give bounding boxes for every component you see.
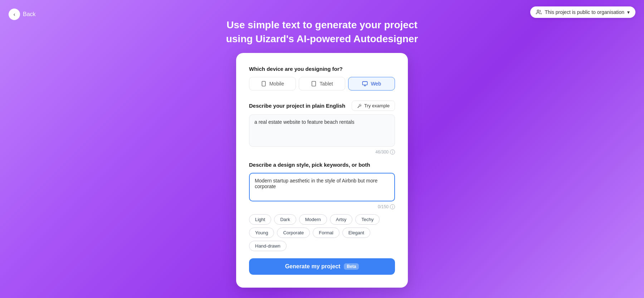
project-description-textarea[interactable]: a real estate website to feature beach r… [249,114,395,147]
wand-icon [357,103,362,108]
mobile-icon [261,81,267,87]
tablet-label: Tablet [319,81,333,87]
tablet-icon [311,81,317,87]
keyword-corporate[interactable]: Corporate [277,228,310,238]
generate-label: Generate my project [285,263,341,270]
svg-rect-3 [312,81,316,86]
project-char-count: 46/300 i [249,150,395,155]
keywords-row: Light Dark Modern Artsy Techy Young Corp… [249,214,395,251]
device-mobile-button[interactable]: Mobile [249,77,296,91]
keyword-formal[interactable]: Formal [313,228,339,238]
try-example-label: Try example [364,103,390,108]
style-info-icon[interactable]: i [390,204,395,209]
keyword-hand-drawn[interactable]: Hand-drawn [249,241,287,251]
keyword-artsy[interactable]: Artsy [330,214,353,225]
keyword-elegant[interactable]: Elegant [342,228,370,238]
main-card: Which device are you designing for? Mobi… [236,53,408,288]
project-description-label: Describe your project in plain English [249,103,345,109]
back-button[interactable]: ‹ Back [9,9,36,20]
device-web-button[interactable]: Web [348,77,395,91]
svg-point-0 [537,10,539,12]
keyword-dark[interactable]: Dark [274,214,296,225]
device-selector: Mobile Tablet Web [249,77,395,91]
design-style-textarea[interactable]: Modern startup aesthetic in the style of… [249,173,395,201]
visibility-badge[interactable]: This project is public to organisation ▾ [530,6,635,18]
generate-button[interactable]: Generate my project Beta [249,258,395,275]
back-label: Back [23,11,36,18]
svg-rect-1 [262,81,265,86]
device-tablet-button[interactable]: Tablet [299,77,346,91]
style-char-count: 0/150 i [249,204,395,209]
keyword-light[interactable]: Light [249,214,271,225]
page-title-line2: using Uizard's AI-powered Autodesigner [226,32,418,46]
web-label: Web [371,81,381,87]
design-style-label: Describe a design style, pick keywords, … [249,162,395,168]
try-example-button[interactable]: Try example [352,101,395,111]
beta-badge: Beta [344,263,359,270]
keyword-modern[interactable]: Modern [299,214,327,225]
svg-rect-5 [363,82,367,85]
keyword-young[interactable]: Young [249,228,274,238]
page-title: Use simple text to generate your project… [226,18,418,46]
describe-header: Describe your project in plain English T… [249,101,395,111]
device-section-label: Which device are you designing for? [249,66,395,72]
keyword-techy[interactable]: Techy [355,214,380,225]
mobile-label: Mobile [269,81,284,87]
page-title-line1: Use simple text to generate your project [226,18,418,32]
monitor-icon [362,81,368,87]
chevron-down-icon: ▾ [627,9,630,15]
project-info-icon[interactable]: i [390,150,395,155]
back-circle-icon: ‹ [9,9,20,20]
person-icon [536,9,542,15]
visibility-label: This project is public to organisation [545,9,624,15]
